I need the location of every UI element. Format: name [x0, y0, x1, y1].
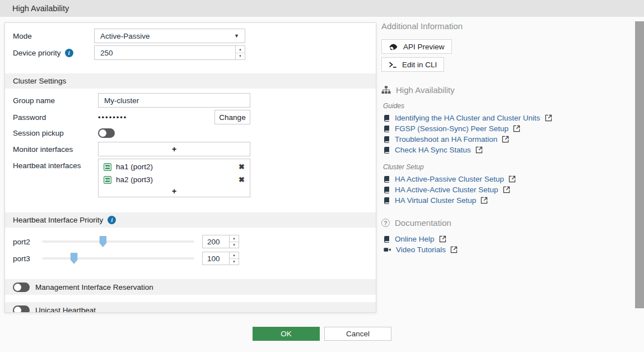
unicast-heartbeat-toggle[interactable] — [13, 305, 30, 313]
video-icon — [383, 246, 391, 253]
session-pickup-toggle[interactable] — [98, 128, 115, 138]
cluster-setup-link[interactable]: HA Active-Passive Cluster Setup — [395, 175, 504, 183]
guide-link[interactable]: Troubleshoot an HA Formation — [395, 135, 497, 143]
book-icon — [383, 175, 390, 183]
device-priority-value: 250 — [95, 49, 235, 57]
password-row: Password •••••••• Change — [5, 110, 376, 124]
documentation-section-header: ? Documentation — [381, 218, 622, 228]
priority-slider-row: port3 100 ▲▼ — [5, 251, 376, 266]
monitor-interfaces-row: Monitor interfaces + — [5, 142, 376, 156]
device-priority-label: Device priority i — [13, 49, 94, 57]
cancel-button[interactable]: Cancel — [324, 327, 391, 341]
book-icon — [383, 146, 390, 154]
ok-button[interactable]: OK — [253, 327, 320, 341]
monitor-interfaces-label: Monitor interfaces — [13, 145, 98, 154]
cluster-setup-link-row: HA Virtual Cluster Setup — [383, 196, 622, 205]
heartbeat-priority-header: Heartbeat Interface Priority i — [5, 212, 376, 228]
group-name-label: Group name — [13, 96, 98, 105]
cluster-settings-header: Cluster Settings — [5, 73, 376, 89]
info-icon[interactable]: i — [108, 216, 116, 224]
mode-selected-value: Active-Passive — [100, 32, 150, 40]
external-link-icon — [502, 136, 509, 143]
api-preview-button[interactable]: API Preview — [381, 39, 452, 54]
priority-value: 200 — [203, 238, 229, 246]
device-priority-input[interactable]: 250 ▲▼ — [94, 45, 245, 60]
cluster-setup-subhead: Cluster Setup — [383, 163, 622, 171]
slider-thumb[interactable] — [71, 253, 78, 264]
external-link-icon — [508, 175, 516, 183]
ethernet-port-icon — [104, 176, 111, 184]
ha-settings-panel: Mode Active-Passive ▼ Device priority i … — [4, 22, 376, 313]
password-masked-value: •••••••• — [98, 113, 127, 122]
edit-in-cli-button[interactable]: Edit in CLI — [381, 57, 444, 72]
heartbeat-interface-name: ha1 (port2) — [116, 163, 153, 171]
book-icon — [383, 136, 390, 143]
group-name-row: Group name My-cluster — [5, 93, 376, 108]
mode-select[interactable]: Active-Passive ▼ — [94, 29, 245, 43]
device-priority-stepper[interactable]: ▲▼ — [235, 46, 245, 59]
external-link-icon — [480, 197, 488, 204]
external-link-icon — [475, 146, 483, 154]
external-link-icon — [450, 246, 458, 253]
eye-icon — [389, 42, 398, 52]
guide-link[interactable]: Identifying the HA Cluster and Cluster U… — [395, 114, 540, 122]
group-name-input[interactable]: My-cluster — [98, 93, 250, 108]
priority-slider[interactable] — [42, 257, 194, 260]
priority-value-stepper[interactable]: ▲▼ — [229, 252, 239, 265]
priority-value: 100 — [203, 254, 229, 263]
heartbeat-interfaces-add-button[interactable]: + — [99, 186, 250, 196]
heartbeat-interface-item: ha2 (port3) ✖ — [99, 173, 250, 186]
port-label: port3 — [13, 254, 42, 263]
external-link-icon — [439, 235, 446, 243]
cluster-settings-title: Cluster Settings — [13, 77, 66, 85]
book-icon — [383, 235, 390, 243]
book-icon — [383, 125, 390, 133]
priority-value-input[interactable]: 200 ▲▼ — [202, 235, 239, 248]
mode-label: Mode — [13, 32, 94, 40]
mgmt-interface-reservation-toggle[interactable] — [13, 282, 30, 292]
priority-value-input[interactable]: 100 ▲▼ — [202, 252, 239, 265]
slider-thumb[interactable] — [99, 236, 106, 247]
vertical-scrollbar-thumb[interactable] — [635, 21, 644, 308]
password-label: Password — [13, 113, 98, 122]
priority-slider-row: port2 200 ▲▼ — [5, 234, 376, 249]
ha-section-header: High Availability — [381, 85, 622, 95]
edit-in-cli-label: Edit in CLI — [402, 61, 437, 69]
documentation-section-title: Documentation — [395, 218, 451, 228]
heartbeat-interfaces-label: Heartbeat interfaces — [13, 161, 98, 170]
terminal-icon — [389, 61, 397, 69]
priority-value-stepper[interactable]: ▲▼ — [229, 235, 239, 248]
book-icon — [383, 186, 390, 194]
remove-icon[interactable]: ✖ — [239, 163, 245, 171]
priority-slider[interactable] — [42, 240, 194, 243]
page-title-bar: High Availability — [0, 0, 644, 17]
external-link-icon — [513, 125, 520, 132]
device-priority-label-text: Device priority — [13, 49, 61, 57]
cluster-setup-link[interactable]: HA Active-Active Cluster Setup — [395, 186, 498, 194]
doc-link[interactable]: Video Tutorials — [396, 246, 446, 254]
heartbeat-priority-title: Heartbeat Interface Priority — [13, 216, 103, 224]
cluster-setup-link-row: HA Active-Passive Cluster Setup — [383, 175, 622, 183]
ethernet-port-icon — [104, 163, 111, 171]
external-link-icon — [545, 114, 552, 122]
unicast-heartbeat-label: Unicast Heartbeat — [35, 306, 96, 313]
info-icon[interactable]: i — [65, 49, 73, 57]
mgmt-interface-reservation-label: Management Interface Reservation — [35, 283, 153, 291]
book-icon — [383, 114, 390, 122]
cluster-setup-link[interactable]: HA Virtual Cluster Setup — [395, 196, 476, 205]
mgmt-interface-reservation-bar: Management Interface Reservation — [5, 279, 376, 295]
guide-link-row: FGSP (Session-Sync) Peer Setup — [383, 124, 622, 133]
monitor-interfaces-add-button[interactable]: + — [98, 142, 250, 156]
change-password-button[interactable]: Change — [214, 110, 250, 124]
remove-icon[interactable]: ✖ — [239, 175, 245, 184]
heartbeat-interfaces-row: Heartbeat interfaces ha1 (port2) ✖ ha2 (… — [5, 159, 376, 197]
guide-link-row: Troubleshoot an HA Formation — [383, 135, 622, 143]
doc-link[interactable]: Online Help — [395, 235, 435, 243]
doc-link-row: Online Help — [383, 235, 622, 243]
page-title: High Availability — [12, 4, 69, 13]
sitemap-icon — [381, 86, 391, 94]
group-name-value: My-cluster — [104, 96, 139, 105]
guide-link[interactable]: FGSP (Session-Sync) Peer Setup — [395, 124, 508, 133]
guide-link[interactable]: Check HA Sync Status — [395, 146, 471, 154]
cluster-setup-link-row: HA Active-Active Cluster Setup — [383, 186, 622, 194]
